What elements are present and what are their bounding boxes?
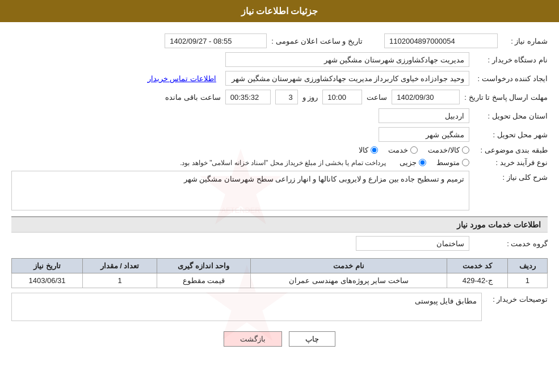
button-row: چاپ بازگشت [11, 331, 548, 347]
col-code: کد خدمت [447, 259, 507, 273]
col-tarikh: تاریخ نیاز [12, 259, 83, 273]
sharh-value: ترمیم و تسطیح جاده بین مزارع و لایروبی ک… [11, 171, 469, 210]
noefrayand-label: نوع فرآیند خرید : [474, 158, 548, 167]
page-header: جزئیات اطلاعات نیاز [0, 0, 559, 22]
radio-kala: کالا [359, 146, 378, 154]
row-tosif: توصیحات خریدار : مطابق فایل پیوستی [11, 293, 548, 321]
cell-tarikh: 1403/06/31 [12, 273, 83, 288]
etelaat-tamas-link[interactable]: اطلاعات تماس خریدار [148, 74, 216, 83]
row-ijad: ایجاد کننده درخواست : وحید جوادزاده خیاو… [11, 71, 548, 86]
radio-kala-khedmat-label: کالا/خدمت [428, 146, 460, 154]
nam-dastgah-label: نام دستگاه خریدار : [474, 56, 548, 64]
print-button[interactable]: چاپ [289, 331, 335, 347]
nam-dastgah-value: مدیریت جهادکشاورزی شهرستان مشگین شهر [225, 52, 469, 67]
row-grohe-khedmat: گروه خدمت : ساختمان [11, 236, 548, 251]
services-table-wrapper: ردیف کد خدمت نام خدمت واحد اندازه گیری ت… [11, 255, 548, 288]
page-wrapper: جزئیات اطلاعات نیاز شماره نیاز : 1102004… [0, 0, 559, 392]
radio-jazyi-label: جزیی [400, 158, 417, 167]
row-shahr: شهر محل تحویل : مشگین شهر [11, 127, 548, 142]
mohlat-saat-value: 10:00 [322, 90, 362, 104]
radio-khedmat: خدمت [388, 146, 418, 154]
sharh-container: AFTENDER ترمیم و تسطیح جاده بین مزارع و … [11, 171, 469, 210]
radio-jazyi-input[interactable] [419, 159, 426, 166]
cell-tedad: 1 [83, 273, 157, 288]
radio-motevaset: متوسط [436, 158, 469, 167]
tarikh-label: تاریخ و ساعت اعلان عمومی : [271, 37, 363, 45]
page-title: جزئیات اطلاعات نیاز [241, 6, 318, 16]
table-body: 1ج-42-429ساخت سایر پروژه‌های مهندسی عمرا… [12, 273, 548, 288]
tosif-container: مطابق فایل پیوستی [11, 293, 482, 321]
tarikh-value: 1402/09/27 - 08:55 [165, 33, 267, 48]
ostan-value: اردبیل [379, 108, 469, 123]
col-unit: واحد اندازه گیری [157, 259, 250, 273]
row-dastgah: نام دستگاه خریدار : مدیریت جهادکشاورزی ش… [11, 52, 548, 67]
grohe-khedmat-value: ساختمان [356, 236, 469, 251]
mohlat-roz-value: 3 [275, 90, 298, 104]
grohe-khedmat-label: گروه خدمت : [474, 239, 548, 248]
cell-name: ساخت سایر پروژه‌های مهندسی عمران [250, 273, 447, 288]
mohlat-mande-value: 00:35:32 [225, 90, 271, 104]
radio-motevaset-label: متوسط [436, 158, 460, 167]
row-sharh: شرح کلی نیاز : AFTENDER ترمیم و تسطیح جا… [11, 171, 548, 210]
row-mohlat: مهلت ارسال پاسخ تا تاریخ : 1402/09/30 سا… [11, 90, 548, 104]
tabaqe-label: طبقه بندی موضوعی : [474, 146, 548, 154]
cell-radif: 1 [507, 273, 547, 288]
services-table: ردیف کد خدمت نام خدمت واحد اندازه گیری ت… [11, 258, 548, 288]
mohlat-label: مهلت ارسال پاسخ تا تاریخ : [464, 93, 548, 102]
ostan-label: استان محل تحویل : [474, 112, 548, 120]
row-ostan: استان محل تحویل : اردبیل [11, 108, 548, 123]
noefrayand-radio-group: متوسط جزیی [400, 158, 469, 167]
section2-title: اطلاعات خدمات مورد نیاز [11, 216, 548, 233]
radio-khedmat-input[interactable] [410, 146, 418, 154]
col-tedad: تعداد / مقدار [83, 259, 157, 273]
shomara-niyaz-value: 1102004897000054 [384, 33, 498, 48]
tosif-value: مطابق فایل پیوستی [11, 293, 482, 321]
radio-kala-khedmat-input[interactable] [462, 146, 469, 154]
ijad-label: ایجاد کننده درخواست : [474, 74, 548, 83]
cell-code: ج-42-429 [447, 273, 507, 288]
noefrayand-note: پرداخت تمام یا بخشی از مبلغ خریداز محل "… [180, 159, 386, 167]
shahr-value: مشگین شهر [379, 127, 469, 142]
radio-kala-label: کالا [359, 146, 368, 154]
back-button[interactable]: بازگشت [224, 331, 282, 347]
row-shomara: شماره نیاز : 1102004897000054 تاریخ و سا… [11, 33, 548, 48]
shahr-label: شهر محل تحویل : [474, 130, 548, 139]
shomara-niyaz-label: شماره نیاز : [502, 37, 548, 45]
tabaqe-radio-group: کالا/خدمت خدمت کالا [359, 146, 469, 154]
tosif-label: توصیحات خریدار : [485, 293, 548, 304]
content-area: شماره نیاز : 1102004897000054 تاریخ و سا… [0, 22, 559, 360]
col-name: نام خدمت [250, 259, 447, 273]
radio-kala-input[interactable] [371, 146, 378, 154]
col-radif: ردیف [507, 259, 547, 273]
radio-khedmat-label: خدمت [388, 146, 408, 154]
radio-jazyi: جزیی [400, 158, 426, 167]
mohlat-mande-label: ساعت باقی مانده [165, 93, 220, 102]
radio-motevaset-input[interactable] [462, 159, 469, 166]
cell-unit: قیمت مقطوع [157, 273, 250, 288]
radio-kala-khedmat: کالا/خدمت [428, 146, 469, 154]
ijad-value: وحید جوادزاده خیاوی کاربرداز مدیریت جهاد… [225, 71, 469, 86]
table-row: 1ج-42-429ساخت سایر پروژه‌های مهندسی عمرا… [12, 273, 548, 288]
sharh-label: شرح کلی نیاز : [474, 171, 548, 182]
row-tabaqe: طبقه بندی موضوعی : کالا/خدمت خدمت کالا [11, 146, 548, 154]
table-header-row: ردیف کد خدمت نام خدمت واحد اندازه گیری ت… [12, 259, 548, 273]
mohlat-date: 1402/09/30 [392, 90, 460, 104]
mohlat-roz-label: روز و [302, 93, 318, 102]
row-noefrayand: نوع فرآیند خرید : متوسط جزیی پرداخت تمام… [11, 158, 548, 167]
mohlat-saat-label: ساعت [367, 93, 387, 102]
